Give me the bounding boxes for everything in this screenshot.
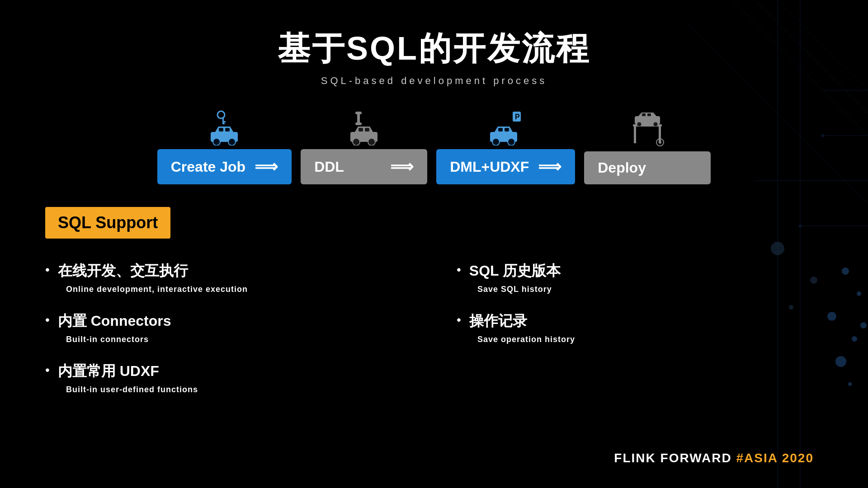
svg-point-44: [508, 138, 515, 145]
svg-rect-46: [659, 125, 661, 143]
bullet-dot-4: •: [457, 262, 461, 277]
deploy-label: Deploy: [598, 160, 646, 176]
bullet-dot-3: •: [45, 362, 50, 378]
feature-online-dev-subtitle: Online development, interactive executio…: [66, 285, 411, 294]
feature-sql-history-title: SQL 历史版本: [469, 261, 561, 281]
svg-rect-32: [355, 122, 362, 125]
svg-rect-42: [505, 128, 509, 131]
feature-online-dev-title: 在线开发、交互执行: [58, 261, 188, 281]
feature-operation-record: • 操作记录 Save operation history: [457, 311, 823, 344]
feature-operation-record-subtitle: Save operation history: [477, 335, 823, 344]
ddl-button[interactable]: DDL ⟹: [301, 149, 427, 184]
svg-rect-45: [634, 125, 636, 143]
feature-operation-record-title: 操作记录: [469, 311, 527, 331]
feature-connectors: • 内置 Connectors Built-in connectors: [45, 311, 411, 344]
create-job-button[interactable]: Create Job ⟹: [157, 149, 292, 184]
feature-online-dev-bullet: • 在线开发、交互执行: [45, 261, 411, 281]
svg-rect-34: [359, 128, 363, 131]
step-deploy: Deploy: [584, 112, 711, 184]
title-english: SQL-based development process: [45, 75, 823, 87]
slide-content: 基于SQL的开发流程 SQL-based development process: [0, 0, 868, 439]
step-create-job: Create Job ⟹: [157, 109, 292, 184]
feature-connectors-bullet: • 内置 Connectors: [45, 311, 411, 331]
car-key-icon: [208, 109, 240, 145]
svg-rect-28: [225, 128, 230, 131]
svg-rect-27: [219, 128, 223, 131]
feature-udxf-title: 内置常用 UDXF: [58, 361, 159, 381]
svg-point-52: [653, 122, 658, 127]
branding: FLINK FORWARD #ASIA 2020: [614, 451, 814, 465]
features-left-column: • 在线开发、交互执行 Online development, interact…: [45, 261, 411, 412]
svg-point-51: [637, 122, 642, 127]
svg-rect-50: [647, 113, 651, 116]
sql-support-badge: SQL Support: [45, 207, 170, 239]
feature-udxf: • 内置常用 UDXF Built-in user-defined functi…: [45, 361, 411, 394]
svg-point-43: [492, 138, 500, 145]
bullet-dot-1: •: [45, 262, 50, 277]
svg-point-29: [213, 138, 220, 145]
car-lift-icon: [629, 112, 665, 148]
step-dml-udxf: P DML+UDXF ⟹: [436, 109, 575, 184]
feature-sql-history: • SQL 历史版本 Save SQL history: [457, 261, 823, 294]
feature-online-dev: • 在线开发、交互执行 Online development, interact…: [45, 261, 411, 294]
car-wrench-icon: [348, 109, 380, 145]
svg-rect-25: [222, 123, 225, 124]
bullet-dot-2: •: [45, 312, 50, 328]
steps-row: Create Job ⟹: [45, 109, 823, 184]
svg-rect-24: [222, 121, 226, 122]
title-chinese: 基于SQL的开发流程: [45, 27, 823, 70]
svg-rect-35: [365, 128, 369, 131]
svg-point-54: [659, 141, 661, 144]
svg-point-30: [228, 138, 236, 145]
branding-flink-forward: FLINK FORWARD: [614, 451, 736, 465]
feature-connectors-subtitle: Built-in connectors: [66, 335, 411, 344]
ddl-label: DDL: [314, 159, 344, 175]
svg-rect-41: [498, 128, 503, 131]
feature-udxf-subtitle: Built-in user-defined functions: [66, 385, 411, 394]
bullet-dot-5: •: [457, 312, 461, 328]
feature-connectors-title: 内置 Connectors: [58, 311, 171, 331]
car-parking-icon: P: [488, 109, 524, 145]
feature-udxf-bullet: • 内置常用 UDXF: [45, 361, 411, 381]
deploy-button[interactable]: Deploy: [584, 151, 711, 184]
branding-hash-asia: #ASIA 2020: [736, 451, 814, 465]
dml-udxf-button[interactable]: DML+UDXF ⟹: [436, 149, 575, 184]
dml-udxf-arrow: ⟹: [538, 157, 561, 176]
features-right-column: • SQL 历史版本 Save SQL history • 操作记录 Save …: [457, 261, 823, 412]
svg-rect-31: [355, 112, 362, 114]
svg-point-36: [353, 138, 360, 145]
svg-rect-49: [642, 113, 646, 116]
features-grid: • 在线开发、交互执行 Online development, interact…: [45, 261, 823, 412]
svg-text:P: P: [515, 113, 520, 121]
svg-point-37: [368, 138, 375, 145]
create-job-label: Create Job: [171, 159, 245, 175]
title-section: 基于SQL的开发流程 SQL-based development process: [45, 27, 823, 87]
create-job-arrow: ⟹: [255, 157, 278, 176]
dml-udxf-label: DML+UDXF: [450, 159, 529, 175]
step-ddl: DDL ⟹: [301, 109, 427, 184]
ddl-arrow: ⟹: [390, 157, 414, 176]
feature-sql-history-bullet: • SQL 历史版本: [457, 261, 823, 281]
feature-operation-record-bullet: • 操作记录: [457, 311, 823, 331]
feature-sql-history-subtitle: Save SQL history: [477, 285, 823, 294]
